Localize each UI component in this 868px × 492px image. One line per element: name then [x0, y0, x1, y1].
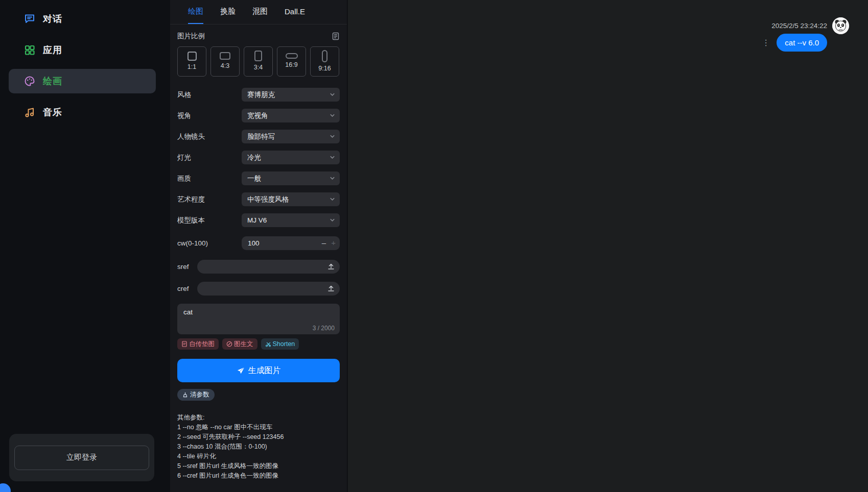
chevron-down-icon — [329, 91, 336, 98]
chat-bubble-icon — [24, 13, 35, 24]
ratio-1-1[interactable]: 1:1 — [177, 46, 206, 77]
document-icon — [181, 341, 187, 347]
view-angle-select[interactable]: 宽视角 — [242, 109, 340, 122]
portrait-shape-icon — [254, 51, 262, 61]
character-shot-select-value: 脸部特写 — [247, 132, 275, 141]
artistry-select-value: 中等强度风格 — [247, 195, 289, 204]
user-message-bubble[interactable]: cat --v 6.0 — [777, 34, 827, 52]
ratio-9-16[interactable]: 9:16 — [310, 46, 339, 77]
cw-value: 100 — [248, 239, 260, 247]
wide-shape-icon — [286, 53, 298, 59]
style-label: 风格 — [177, 90, 242, 100]
sidebar-item-music[interactable]: 音乐 — [9, 100, 156, 125]
model-version-select[interactable]: MJ V6 — [242, 213, 340, 227]
model-version-label: 模型版本 — [177, 216, 242, 225]
minus-stepper-button[interactable]: – — [322, 238, 326, 247]
style-select[interactable]: 赛博朋克 — [242, 88, 340, 102]
palette-icon — [24, 76, 35, 87]
upload-icon[interactable] — [327, 284, 335, 292]
other-params-tips: 其他参数: 1 --no 忽略 --no car 图中不出现车 2 --seed… — [177, 413, 340, 481]
quality-label: 画质 — [177, 174, 242, 183]
artistry-select[interactable]: 中等强度风格 — [242, 192, 340, 206]
tip-line: 3 --chaos 10 混合(范围：0-100) — [177, 442, 340, 452]
sref-label: sref — [177, 263, 197, 270]
chevron-down-icon — [329, 175, 336, 182]
shorten-tag[interactable]: Shorten — [261, 338, 299, 350]
char-counter: 3 / 2000 — [313, 325, 335, 332]
sidebar: 对话 应用 绘画 音乐 立即登录 — [0, 0, 170, 492]
tab-dalle[interactable]: Dall.E — [285, 0, 305, 24]
square-shape-icon — [187, 52, 197, 61]
tip-line: 2 --seed 可先获取种子 --seed 123456 — [177, 432, 340, 442]
music-note-icon — [24, 107, 35, 118]
cw-input[interactable]: 100 – + — [242, 236, 340, 250]
chevron-down-icon — [329, 133, 336, 140]
tip-line: 6 --cref 图片url 生成角色一致的图像 — [177, 471, 340, 481]
sidebar-item-label: 应用 — [43, 44, 62, 56]
chevron-down-icon — [329, 154, 336, 161]
upload-icon[interactable] — [327, 262, 335, 270]
ratio-16-9[interactable]: 16:9 — [277, 46, 306, 77]
sidebar-item-chat[interactable]: 对话 — [9, 7, 156, 31]
panda-avatar-icon — [832, 17, 849, 34]
prompt-textarea[interactable]: cat 3 / 2000 — [177, 304, 340, 334]
message-timestamp: 2025/2/5 23:24:22 — [771, 22, 827, 30]
template-icon[interactable] — [332, 32, 340, 40]
view-angle-label: 视角 — [177, 111, 242, 120]
sidebar-item-apps[interactable]: 应用 — [9, 38, 156, 62]
login-card: 立即登录 — [9, 434, 154, 481]
sref-input[interactable] — [197, 260, 340, 274]
lighting-select-value: 冷光 — [247, 153, 261, 162]
quality-select-value: 一般 — [247, 174, 261, 183]
message-menu-icon[interactable]: ⋮ — [762, 39, 770, 47]
chevron-down-icon — [329, 112, 336, 119]
quality-select[interactable]: 一般 — [242, 171, 340, 185]
tab-blend[interactable]: 混图 — [252, 0, 268, 24]
cref-label: cref — [177, 285, 197, 292]
character-shot-select[interactable]: 脸部特写 — [242, 130, 340, 143]
character-shot-label: 人物镜头 — [177, 132, 242, 141]
view-angle-select-value: 宽视角 — [247, 111, 268, 120]
scissors-icon — [265, 341, 271, 347]
image-to-text-tag[interactable]: 图生文 — [222, 338, 257, 350]
tips-title: 其他参数: — [177, 413, 340, 423]
landscape-shape-icon — [220, 52, 230, 60]
chat-area: 2025/2/5 23:24:22 ⋮ cat --v 6.0 — [348, 0, 868, 492]
ratio-section-label: 图片比例 — [177, 32, 205, 41]
feature-tags: 自传垫图 图生文 Shorten — [177, 338, 340, 350]
tip-line: 1 --no 忽略 --no car 图中不出现车 — [177, 423, 340, 432]
model-version-select-value: MJ V6 — [247, 216, 267, 224]
chevron-down-icon — [329, 217, 336, 224]
artistry-label: 艺术程度 — [177, 195, 242, 204]
cref-input[interactable] — [197, 282, 340, 296]
prompt-text: cat — [183, 308, 193, 316]
clear-params-tag[interactable]: 清参数 — [177, 389, 215, 401]
tip-line: 4 --tile 碎片化 — [177, 452, 340, 461]
tab-draw[interactable]: 绘图 — [188, 0, 203, 24]
apps-grid-icon — [24, 44, 35, 56]
style-select-value: 赛博朋克 — [247, 90, 275, 100]
ratio-3-4[interactable]: 3:4 — [244, 46, 273, 77]
lighting-label: 灯光 — [177, 153, 242, 162]
avatar — [832, 17, 849, 34]
generate-image-button[interactable]: 生成图片 — [177, 359, 340, 382]
options-panel: 绘图 换脸 混图 Dall.E 图片比例 1:1 4:3 3:4 — [170, 0, 347, 492]
lighting-select[interactable]: 冷光 — [242, 151, 340, 164]
send-icon — [237, 366, 245, 375]
plus-stepper-button[interactable]: + — [331, 238, 336, 247]
tab-faceswap[interactable]: 换脸 — [220, 0, 236, 24]
tall-shape-icon — [322, 50, 327, 62]
sidebar-item-label: 音乐 — [43, 106, 62, 118]
broom-icon — [182, 392, 188, 398]
sidebar-item-label: 绘画 — [43, 75, 62, 87]
tip-line: 5 --sref 图片url 生成风格一致的图像 — [177, 461, 340, 471]
sidebar-item-draw[interactable]: 绘画 — [9, 69, 156, 93]
upload-base-image-tag[interactable]: 自传垫图 — [177, 338, 219, 350]
ratio-button-group: 1:1 4:3 3:4 16:9 9:16 — [177, 46, 340, 77]
login-button[interactable]: 立即登录 — [14, 446, 149, 470]
chevron-down-icon — [329, 196, 336, 203]
floating-helper-button[interactable] — [0, 483, 11, 492]
pencil-circle-icon — [226, 341, 232, 347]
ratio-4-3[interactable]: 4:3 — [210, 46, 240, 77]
sidebar-item-label: 对话 — [43, 13, 62, 25]
